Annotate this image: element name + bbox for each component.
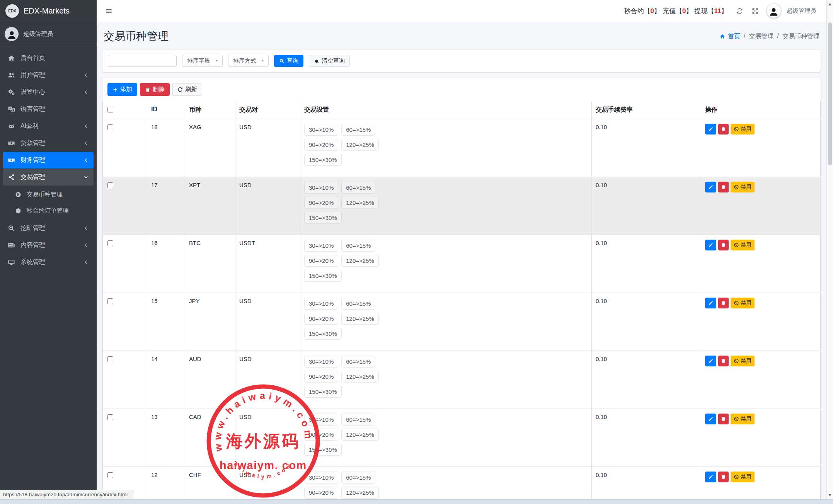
sidebar-item[interactable]: 设置中心 xyxy=(3,84,94,100)
trade-setting-pill[interactable]: 120=>25% xyxy=(341,371,379,383)
trade-setting-pill[interactable]: 30=>10% xyxy=(304,182,338,194)
row-checkbox[interactable] xyxy=(107,240,113,246)
edit-button[interactable] xyxy=(705,298,716,308)
edit-button[interactable] xyxy=(705,240,716,250)
menu-toggle-icon[interactable] xyxy=(105,7,112,15)
trade-setting-pill[interactable]: 150=>30% xyxy=(304,328,342,340)
horizontal-scrollbar[interactable] xyxy=(0,499,833,504)
ban-icon xyxy=(734,474,739,480)
row-checkbox[interactable] xyxy=(107,356,113,362)
trade-setting-pill[interactable]: 90=>20% xyxy=(304,313,338,325)
trade-setting-pill[interactable]: 150=>30% xyxy=(304,444,342,456)
row-checkbox[interactable] xyxy=(107,182,113,188)
navbar-stats[interactable]: 秒合约【0】充值【0】提现【11】 xyxy=(624,7,728,15)
trade-setting-pill[interactable]: 30=>10% xyxy=(304,356,338,368)
trade-setting-pill[interactable]: 120=>25% xyxy=(341,139,379,151)
scrollbar-thumb[interactable] xyxy=(828,22,832,165)
trade-setting-pill[interactable]: 150=>30% xyxy=(304,154,342,166)
trade-setting-pill[interactable]: 120=>25% xyxy=(341,313,379,325)
sort-order-select[interactable]: 排序方式 xyxy=(228,55,269,67)
sidebar-item[interactable]: 财务管理 xyxy=(3,152,94,169)
trade-setting-pill[interactable]: 30=>10% xyxy=(304,124,338,136)
disable-button[interactable]: 禁用 xyxy=(731,414,755,424)
trade-setting-pill[interactable]: 120=>25% xyxy=(341,429,379,441)
sidebar-item[interactable]: AI套利 xyxy=(3,118,94,135)
delete-row-button[interactable] xyxy=(718,240,729,250)
disable-button[interactable]: 禁用 xyxy=(731,298,755,308)
trade-setting-pill[interactable]: 60=>15% xyxy=(341,240,375,252)
trade-setting-pill[interactable]: 30=>10% xyxy=(304,298,338,310)
delete-button[interactable]: 删除 xyxy=(140,83,170,96)
trade-setting-pill[interactable]: 60=>15% xyxy=(341,124,375,136)
sidebar-item[interactable]: 贷款管理 xyxy=(3,135,94,152)
fullscreen-icon[interactable] xyxy=(751,7,759,15)
delete-row-button[interactable] xyxy=(718,414,729,424)
trade-setting-pill[interactable]: 30=>10% xyxy=(304,472,338,484)
trade-setting-pill[interactable]: 90=>20% xyxy=(304,487,338,499)
trade-setting-pill[interactable]: 60=>15% xyxy=(341,356,375,368)
trade-setting-pill[interactable]: 60=>15% xyxy=(341,414,375,426)
delete-row-button[interactable] xyxy=(718,298,729,308)
row-checkbox[interactable] xyxy=(107,298,113,304)
trade-setting-pill[interactable]: 90=>20% xyxy=(304,255,338,267)
delete-row-button[interactable] xyxy=(718,182,729,192)
breadcrumb-home-link[interactable]: 首页 xyxy=(719,32,740,41)
search-button[interactable]: 查询 xyxy=(274,55,303,67)
navbar-user-name[interactable]: 超级管理员 xyxy=(787,7,817,15)
scroll-up-arrow[interactable] xyxy=(828,3,831,5)
vertical-scrollbar[interactable] xyxy=(826,0,833,499)
clear-search-button[interactable]: 清空查询 xyxy=(309,55,350,67)
trade-setting-pill[interactable]: 150=>30% xyxy=(304,386,342,398)
edit-button[interactable] xyxy=(705,472,716,482)
edit-button[interactable] xyxy=(705,182,716,192)
sidebar-item[interactable]: 挖矿管理 xyxy=(3,220,94,237)
navbar-avatar[interactable] xyxy=(767,4,781,18)
chevron-left-icon xyxy=(83,90,89,95)
trade-setting-pill[interactable]: 90=>20% xyxy=(304,197,338,209)
disable-button[interactable]: 禁用 xyxy=(731,240,755,250)
disable-button[interactable]: 禁用 xyxy=(731,472,755,482)
trade-setting-pill[interactable]: 60=>15% xyxy=(341,298,375,310)
trade-setting-pill[interactable]: 30=>10% xyxy=(304,414,338,426)
search-input[interactable] xyxy=(108,55,177,67)
trade-setting-pill[interactable]: 90=>20% xyxy=(304,371,338,383)
trade-setting-pill[interactable]: 120=>25% xyxy=(341,487,379,499)
sidebar-item[interactable]: 用户管理 xyxy=(3,67,94,83)
edit-button[interactable] xyxy=(705,414,716,424)
add-button[interactable]: 添加 xyxy=(107,83,137,96)
delete-row-button[interactable] xyxy=(718,472,729,482)
disable-button[interactable]: 禁用 xyxy=(731,182,755,192)
sort-field-select[interactable]: 排序字段 xyxy=(182,55,223,67)
sidebar-subitem[interactable]: 秒合约订单管理 xyxy=(3,203,94,219)
stat-item: 秒合约【0】 xyxy=(624,7,661,15)
sidebar-item[interactable]: 系统管理 xyxy=(3,254,94,271)
row-checkbox[interactable] xyxy=(107,414,113,420)
row-checkbox[interactable] xyxy=(107,124,113,130)
trade-setting-pill[interactable]: 150=>30% xyxy=(304,212,342,224)
refresh-button[interactable]: 刷新 xyxy=(172,83,202,96)
trade-setting-pill[interactable]: 60=>15% xyxy=(341,472,375,484)
edit-button[interactable] xyxy=(705,124,716,135)
trade-setting-pill[interactable]: 30=>10% xyxy=(304,240,338,252)
refresh-icon[interactable] xyxy=(736,7,743,15)
trade-setting-pill[interactable]: 90=>20% xyxy=(304,139,338,151)
edit-button[interactable] xyxy=(705,356,716,366)
delete-row-button[interactable] xyxy=(718,356,729,366)
scroll-down-arrow[interactable] xyxy=(828,494,831,496)
row-checkbox[interactable] xyxy=(107,472,113,478)
sidebar-item[interactable]: Az语言管理 xyxy=(3,101,94,117)
trade-setting-pill[interactable]: 120=>25% xyxy=(341,255,379,267)
delete-row-button[interactable] xyxy=(718,124,729,135)
disable-button[interactable]: 禁用 xyxy=(731,356,755,366)
select-all-checkbox[interactable] xyxy=(107,107,113,112)
sidebar-item[interactable]: 内容管理 xyxy=(3,237,94,254)
sidebar-subitem[interactable]: 交易币种管理 xyxy=(3,187,94,203)
sidebar-item[interactable]: 交易管理 xyxy=(3,169,94,186)
trade-setting-pill[interactable]: 60=>15% xyxy=(341,182,375,194)
trade-setting-pill[interactable]: 150=>30% xyxy=(304,270,342,282)
disable-button[interactable]: 禁用 xyxy=(731,124,755,135)
sidebar-item[interactable]: 后台首页 xyxy=(3,50,94,66)
trade-setting-pill[interactable]: 120=>25% xyxy=(341,197,379,209)
trade-setting-pill[interactable]: 90=>20% xyxy=(304,429,338,441)
brand[interactable]: EDX EDX-Markets xyxy=(0,0,97,22)
